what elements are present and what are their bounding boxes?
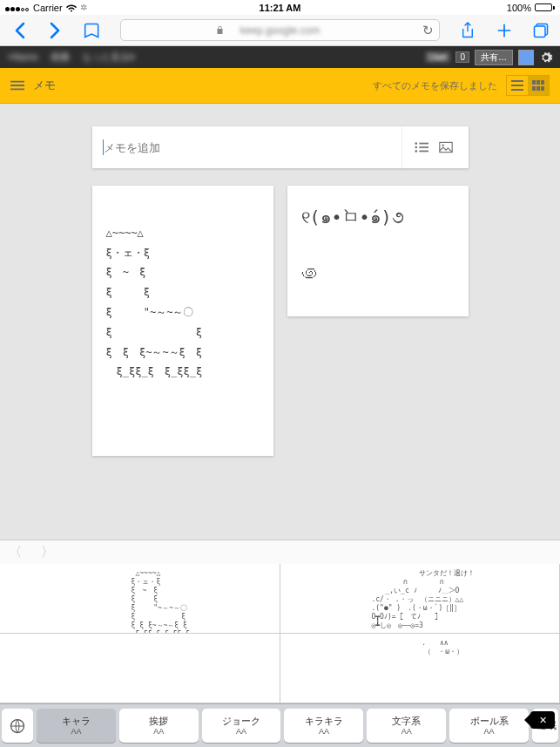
prev-candidate-button[interactable]: 〈 <box>9 544 22 560</box>
safari-toolbar: keep.google.com ↻ <box>0 15 560 46</box>
svg-rect-6 <box>536 86 540 91</box>
image-note-icon[interactable] <box>434 135 458 160</box>
category-key[interactable]: キャラAA <box>37 709 116 743</box>
candidate-cell[interactable]: . ∧∧ （ ・ω・） <box>280 634 561 703</box>
keep-content: △~~~~△ ξ・ェ・ξ ξ ~ ξ ξ ξ ξ "~～~～〇 ξ ξ ξ ξ … <box>0 104 560 540</box>
url-text: keep.google.com <box>240 24 320 37</box>
grid-view-button[interactable] <box>528 76 549 95</box>
category-key[interactable]: キラキラAA <box>284 709 363 743</box>
svg-point-10 <box>415 150 417 153</box>
keep-saved-status: すべてのメモを保存しました <box>373 79 497 92</box>
keep-title: メモ <box>33 78 56 93</box>
category-key[interactable]: ジョークAA <box>202 709 281 743</box>
keyboard-category-row: キャラAA挨拶AAジョークAAキラキラAA文字系AAボール系AA睡眠A✕ <box>0 703 560 747</box>
address-bar[interactable]: keep.google.com ↻ <box>120 19 440 41</box>
svg-point-12 <box>442 144 443 146</box>
notes-grid: △~~~~△ ξ・ェ・ξ ξ ~ ξ ξ ξ ξ "~～~～〇 ξ ξ ξ ξ … <box>92 186 469 456</box>
svg-rect-3 <box>536 80 540 85</box>
next-candidate-button[interactable]: 〉 <box>41 544 54 560</box>
forward-button[interactable] <box>44 18 68 43</box>
gear-icon[interactable] <box>539 51 553 65</box>
svg-point-9 <box>415 146 417 149</box>
reload-icon[interactable]: ↻ <box>422 23 434 38</box>
category-key[interactable]: 文字系AA <box>367 709 446 743</box>
google-plus-bar: +Name 画像 もっと見る▾ User 0 共有… <box>0 46 560 68</box>
carrier-label: Carrier <box>33 3 63 13</box>
svg-rect-2 <box>532 80 536 85</box>
lock-icon <box>216 25 224 35</box>
google-share-button[interactable]: 共有… <box>475 50 513 65</box>
tabs-button[interactable] <box>529 18 553 43</box>
share-button[interactable] <box>455 18 480 43</box>
signal-dots-icon <box>5 3 30 13</box>
battery-pct: 100% <box>507 3 531 13</box>
wifi-icon <box>66 3 77 12</box>
svg-rect-4 <box>541 80 544 85</box>
svg-rect-7 <box>541 86 544 91</box>
candidate-cell[interactable] <box>0 634 280 703</box>
candidate-cell[interactable]: サンタだ！退け！ ∩ ∩ _,い_c ﾉ ﾉ＿＞O .c/・ .・っ （ニニニ）… <box>280 564 561 634</box>
delete-key[interactable]: ✕ <box>530 711 555 729</box>
keep-header: メモ すべてのメモを保存しました <box>0 68 560 104</box>
bookmarks-button[interactable] <box>80 18 105 43</box>
keyboard-candidates: △~~~~△ ξ・ェ・ξ ξ ~ ξ ξ ξ ξ "~～~～〇 ξ ξ ξ ξ … <box>0 564 560 703</box>
globe-key[interactable] <box>2 709 33 743</box>
view-toggle <box>506 75 550 96</box>
google-user-label: User <box>425 51 450 63</box>
new-tab-button[interactable] <box>492 18 516 43</box>
note-card[interactable]: △~~~~△ ξ・ェ・ξ ξ ~ ξ ξ ξ ξ "~～~～〇 ξ ξ ξ ξ … <box>92 186 273 456</box>
avatar[interactable] <box>518 50 534 65</box>
category-key[interactable]: 挨拶AA <box>119 709 199 743</box>
candidate-cell[interactable]: △~~~~△ ξ・ェ・ξ ξ ~ ξ ξ ξ ξ "~～~～〇 ξ ξ ξ ξ … <box>0 564 280 634</box>
list-note-icon[interactable] <box>409 135 434 160</box>
category-key[interactable]: ボール系AA <box>449 709 529 743</box>
svg-point-8 <box>415 142 417 145</box>
battery-icon <box>535 3 555 11</box>
list-view-button[interactable] <box>507 76 528 95</box>
svg-rect-1 <box>535 26 546 37</box>
add-note-bar[interactable] <box>92 126 469 168</box>
loading-spinner-icon: ✲ <box>80 3 87 12</box>
add-note-input[interactable] <box>104 141 395 154</box>
notifications-count[interactable]: 0 <box>455 51 469 63</box>
note-card[interactable]: ୧(๑•̀ㅁ•́๑)૭ ಄ <box>287 186 469 316</box>
svg-rect-5 <box>532 86 536 91</box>
back-button[interactable] <box>7 18 31 43</box>
globe-icon <box>9 717 26 735</box>
keyboard-selector-nav: 〈 〉 <box>0 540 560 564</box>
google-plus-left: +Name 画像 もっと見る▾ <box>7 51 135 64</box>
ios-status-bar: Carrier ✲ 11:21 AM 100% <box>0 0 560 15</box>
menu-icon[interactable] <box>10 80 24 91</box>
